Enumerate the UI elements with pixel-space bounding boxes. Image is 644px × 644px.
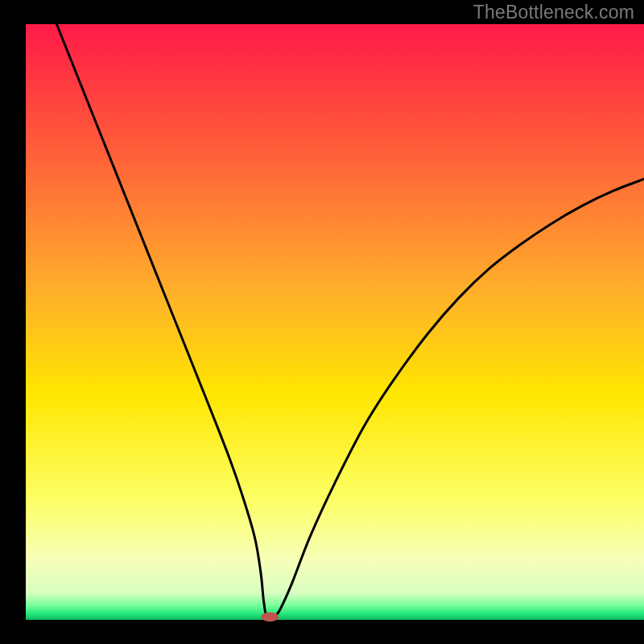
optimal-point-marker xyxy=(262,612,279,621)
bottleneck-chart xyxy=(0,0,644,644)
chart-container: { "watermark": "TheBottleneck.com", "cha… xyxy=(0,0,644,644)
plot-area xyxy=(26,24,644,620)
watermark-text: TheBottleneck.com xyxy=(473,2,634,23)
